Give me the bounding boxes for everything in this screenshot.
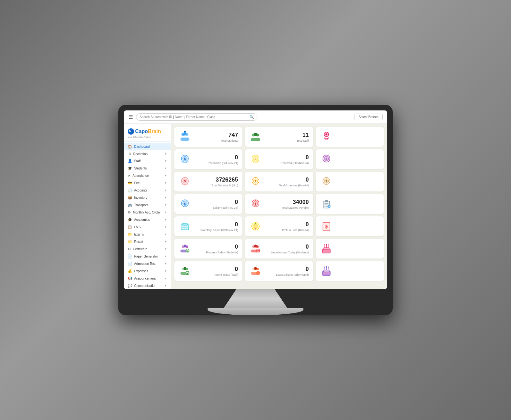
total-salaries-label: Total Salaries Payable <box>282 206 309 209</box>
money-yellow-icon: $ <box>249 153 262 165</box>
sidebar-item-accounts[interactable]: 📊 Accounts ▼ <box>124 187 171 194</box>
sidebar-item-transport[interactable]: 🚌 Transport ▼ <box>124 201 171 209</box>
card-received-std[interactable]: $ 0 Received (Std./Nov-24) <box>245 149 313 169</box>
sidebar-item-lms[interactable]: 📋 LMS ▼ <box>124 223 171 231</box>
svg-point-79 <box>184 267 187 270</box>
sidebar-label-expenses: Expenses <box>134 269 148 273</box>
select-branch-button[interactable]: Select Branch <box>355 114 383 120</box>
svg-text:$: $ <box>184 202 186 205</box>
sidebar-item-academics[interactable]: 🎓 Academics ▼ <box>124 216 171 223</box>
certificate-icon: ⚙ <box>128 247 131 251</box>
sidebar-item-students[interactable]: 🎓 Students ▼ <box>124 165 171 172</box>
salaries-icon: $ <box>249 198 262 210</box>
svg-point-56 <box>326 226 327 227</box>
card-total-staff[interactable]: 11 Total Staff <box>245 127 313 147</box>
absent-staff-label: Leave/Absent Today (Staff) <box>276 273 309 276</box>
card-salary-paid[interactable]: $ 0 Salary Paid (Nov-24) <box>174 194 242 214</box>
academics-arrow: ▼ <box>164 218 167 221</box>
card-receivable-std[interactable]: $ 0 Receivable (Std./Nov-24) <box>174 149 242 169</box>
sidebar-label-admission: Admission Test <box>134 262 156 266</box>
staff-card-icon <box>249 131 262 143</box>
card-admission[interactable] <box>316 127 384 147</box>
money-pink-icon: $ <box>320 153 332 165</box>
monthly-acc-arrow: ▼ <box>164 211 167 214</box>
total-staff-value: 11 <box>297 132 309 139</box>
card-money-tan[interactable]: $ <box>316 172 384 191</box>
svg-point-64 <box>254 245 257 248</box>
admission-arrow: ▼ <box>164 262 167 265</box>
card-money-pink[interactable]: $ <box>316 149 384 169</box>
logo-area: C CapoBrain Your Education Partner <box>124 126 171 142</box>
sidebar-item-staff[interactable]: 👤 Staff ▼ <box>124 157 171 165</box>
sidebar-label-fee: Fee <box>134 181 140 185</box>
inventory-arrow: ▼ <box>164 196 167 199</box>
card-inventory-issued[interactable]: 0 Inventory Issued (Staff/Nov-24) <box>174 216 242 236</box>
salary-paid-value: 0 <box>213 199 238 206</box>
stats-grid: 747 Total Students 11 Total <box>174 127 384 281</box>
presents-std-label: Presents Today (Students) <box>206 251 238 254</box>
card-absent-staff-text: 0 Leave/Absent Today (Staff) <box>276 266 309 276</box>
present-staff-value: 0 <box>213 266 238 273</box>
sidebar-item-certificate[interactable]: ⚙ Certificate ▼ <box>124 245 171 253</box>
card-presents-std-text: 0 Presents Today (Students) <box>206 244 238 254</box>
paper-gen-arrow: ▼ <box>164 255 167 258</box>
card-clipboard[interactable]: ⚙ <box>316 194 384 214</box>
received-std-value: 0 <box>280 154 309 161</box>
card-total-staff-text: 11 Total Staff <box>297 132 309 142</box>
sidebar-label-result: Result <box>134 240 143 244</box>
academics-icon: 🎓 <box>128 218 132 222</box>
card-present-staff[interactable]: 0 Present Today (Staff) <box>174 261 242 281</box>
svg-text:$: $ <box>184 180 186 183</box>
sidebar-item-paper-gen[interactable]: 📄 Paper Generator ▼ <box>124 253 171 260</box>
absent-staff-icon <box>249 265 262 277</box>
svg-point-84 <box>254 267 257 270</box>
svg-text:$: $ <box>325 180 327 183</box>
sidebar-item-exams[interactable]: 📁 Exams ▼ <box>124 231 171 238</box>
sidebar-label-reception: Reception <box>133 152 148 156</box>
svg-point-93 <box>326 266 327 267</box>
sidebar-item-monthly-acc[interactable]: ⚙ Monthly Acc. Cycle ▼ <box>124 209 171 216</box>
search-input[interactable] <box>140 115 249 119</box>
sidebar-label-communication: Communication <box>134 284 156 288</box>
card-inventory-issued-text: 0 Inventory Issued (Staff/Nov-24) <box>201 221 238 232</box>
card-absent-std-text: 0 Leave/Absent Today (Students) <box>271 244 309 254</box>
fee-arrow: ▼ <box>164 182 167 184</box>
card-presents-std[interactable]: 0 Presents Today (Students) <box>174 239 242 259</box>
card-birthday-purple[interactable] <box>316 261 384 281</box>
card-absent-staff[interactable]: 0 Leave/Absent Today (Staff) <box>245 261 313 281</box>
svg-point-8 <box>254 133 257 136</box>
card-absent-std[interactable]: 0 Leave/Absent Today (Students) <box>245 239 313 259</box>
card-profit-loss[interactable]: 0 Profit & Loss (Nov-24) <box>245 216 313 236</box>
sidebar-label-certificate: Certificate <box>133 247 147 251</box>
paper-gen-icon: 📄 <box>128 254 132 259</box>
sidebar-item-announcement[interactable]: 📢 Announcement ▼ <box>124 275 171 282</box>
sidebar-item-reception[interactable]: 🖥 Reception ▼ <box>124 150 171 157</box>
card-birthday-pink[interactable] <box>316 239 384 259</box>
card-total-salaries[interactable]: $ 34000 Total Salaries Payable <box>245 194 313 214</box>
sidebar-item-attendance[interactable]: ✔ Attendance ▼ <box>124 172 171 179</box>
card-total-students-text: 747 Total Students <box>221 132 238 142</box>
fee-icon: 💳 <box>128 181 132 185</box>
sidebar-item-communication[interactable]: 💬 Communication ▼ <box>124 282 171 289</box>
sidebar-item-result[interactable]: 📁 Result ▼ <box>124 238 171 245</box>
lms-icon: 📋 <box>128 225 132 229</box>
exams-icon: 📁 <box>128 232 132 236</box>
svg-point-11 <box>325 133 327 135</box>
card-total-expenses[interactable]: $ 0 Total Expenses (Nov-24) <box>245 172 313 191</box>
svg-rect-39 <box>325 200 328 202</box>
card-total-salaries-text: 34000 Total Salaries Payable <box>282 199 309 209</box>
sidebar-item-inventory[interactable]: 📦 Inventory ▼ <box>124 194 171 201</box>
sidebar-item-dashboard[interactable]: 🏠 Dashboard <box>124 143 171 150</box>
card-total-students[interactable]: 747 Total Students <box>174 127 242 147</box>
sidebar-label-lms: LMS <box>134 225 141 229</box>
receivable-std-value: 0 <box>208 154 238 161</box>
hamburger-icon[interactable]: ☰ <box>128 114 133 120</box>
card-report[interactable] <box>316 216 384 236</box>
svg-point-59 <box>184 245 187 248</box>
sidebar-item-fee[interactable]: 💳 Fee ▼ <box>124 179 171 187</box>
sidebar-item-admission[interactable]: 📄 Admission Test ▼ <box>124 260 171 267</box>
present-staff-label: Present Today (Staff) <box>213 273 238 276</box>
card-total-receivable[interactable]: $ 3726265 Total Receivable (Std) <box>174 172 242 191</box>
sidebar-item-expenses[interactable]: 💰 Expenses ▼ <box>124 267 171 275</box>
card-receivable-std-text: 0 Receivable (Std./Nov-24) <box>208 154 238 165</box>
